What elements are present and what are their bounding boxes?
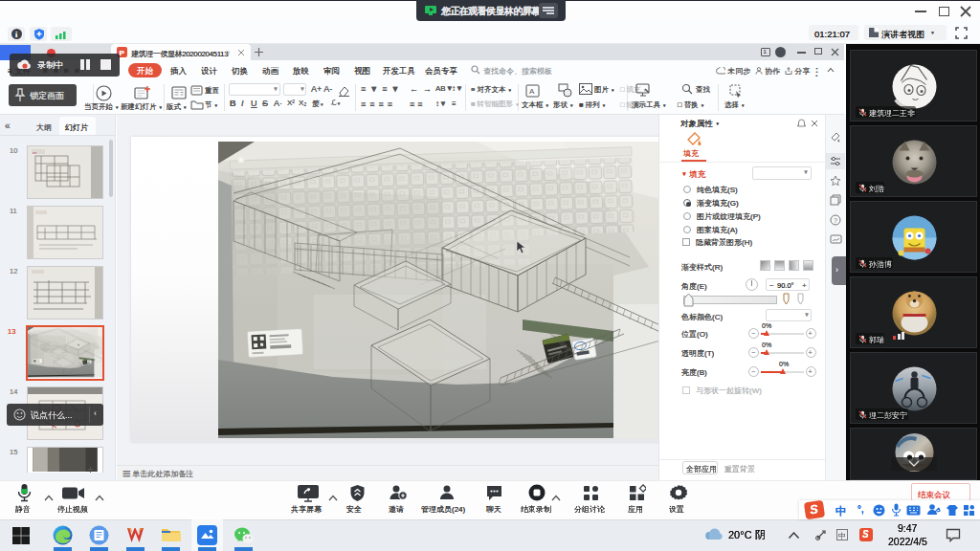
svg-text:A: A bbox=[529, 87, 535, 96]
svg-text:?: ? bbox=[834, 217, 837, 224]
svg-text:▭: ▭ bbox=[33, 150, 36, 155]
